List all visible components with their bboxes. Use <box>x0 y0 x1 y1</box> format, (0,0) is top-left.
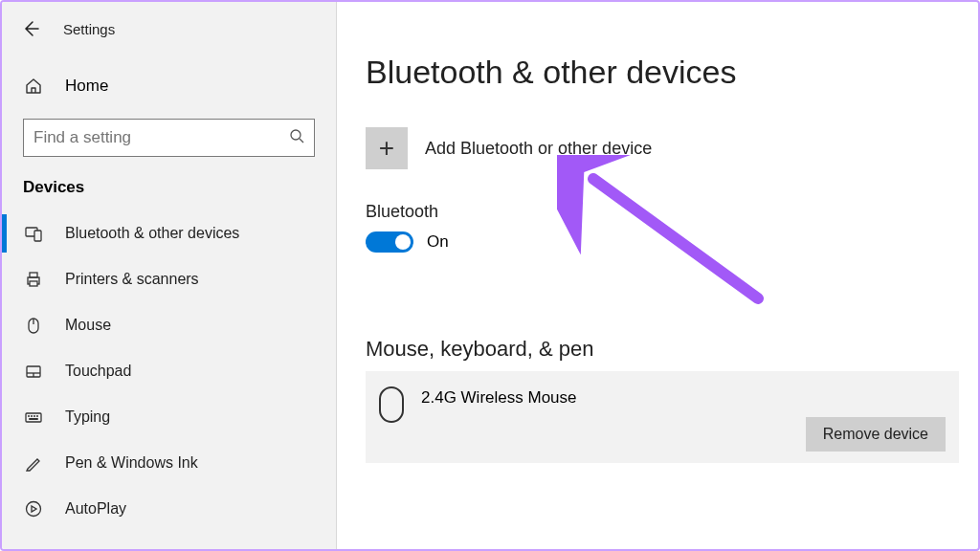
device-card[interactable]: 2.4G Wireless Mouse Remove device <box>366 371 959 463</box>
nav-label: Pen & Windows Ink <box>65 454 198 472</box>
app-title: Settings <box>63 21 115 37</box>
bluetooth-section-title: Bluetooth <box>366 202 959 222</box>
sidebar-item-printers[interactable]: Printers & scanners <box>2 256 336 302</box>
sidebar-item-typing[interactable]: Typing <box>2 394 336 440</box>
home-nav[interactable]: Home <box>2 67 336 105</box>
bluetooth-toggle-row: On <box>366 231 959 253</box>
remove-device-button[interactable]: Remove device <box>806 417 946 452</box>
mouse-icon <box>23 315 44 336</box>
svg-rect-3 <box>34 231 41 241</box>
device-name: 2.4G Wireless Mouse <box>421 385 577 408</box>
devices-icon <box>23 223 44 244</box>
home-label: Home <box>65 77 108 96</box>
svg-point-18 <box>27 502 41 517</box>
sidebar-section-title: Devices <box>2 157 336 210</box>
nav-label: Typing <box>65 408 110 426</box>
autoplay-icon <box>23 498 44 519</box>
sidebar: Settings Home Devices Bluetooth & other … <box>2 2 337 549</box>
search-input[interactable] <box>33 128 289 147</box>
svg-rect-12 <box>26 413 41 422</box>
nav-label: Touchpad <box>65 363 131 380</box>
bluetooth-toggle[interactable] <box>366 231 413 253</box>
add-device-button[interactable]: + <box>366 127 408 169</box>
back-arrow-icon <box>21 19 40 38</box>
mouse-device-icon <box>379 386 404 423</box>
touchpad-icon <box>23 361 44 382</box>
add-device-row[interactable]: + Add Bluetooth or other device <box>366 127 959 169</box>
back-button[interactable] <box>19 17 42 40</box>
pen-icon <box>23 452 44 474</box>
device-section-title: Mouse, keyboard, & pen <box>366 337 959 362</box>
search-icon <box>289 128 304 147</box>
home-icon <box>23 76 44 97</box>
main-content: Bluetooth & other devices + Add Bluetoot… <box>366 2 959 549</box>
svg-rect-6 <box>30 281 37 286</box>
search-box[interactable] <box>23 119 315 157</box>
svg-line-1 <box>300 139 303 143</box>
sidebar-item-bluetooth[interactable]: Bluetooth & other devices <box>2 210 336 256</box>
printer-icon <box>23 269 44 290</box>
nav-label: AutoPlay <box>65 500 126 518</box>
svg-rect-5 <box>30 273 37 277</box>
title-bar: Settings <box>2 11 336 46</box>
bluetooth-toggle-state: On <box>427 232 449 252</box>
nav-label: Mouse <box>65 317 111 334</box>
sidebar-item-pen[interactable]: Pen & Windows Ink <box>2 440 336 486</box>
nav-label: Bluetooth & other devices <box>65 225 239 242</box>
sidebar-item-mouse[interactable]: Mouse <box>2 302 336 348</box>
plus-icon: + <box>379 133 394 164</box>
sidebar-item-touchpad[interactable]: Touchpad <box>2 348 336 394</box>
nav-label: Printers & scanners <box>65 271 199 288</box>
page-title: Bluetooth & other devices <box>366 54 959 91</box>
add-device-label: Add Bluetooth or other device <box>425 139 652 159</box>
keyboard-icon <box>23 407 44 428</box>
sidebar-item-autoplay[interactable]: AutoPlay <box>2 486 336 532</box>
toggle-knob <box>395 234 411 250</box>
svg-point-0 <box>291 130 301 140</box>
